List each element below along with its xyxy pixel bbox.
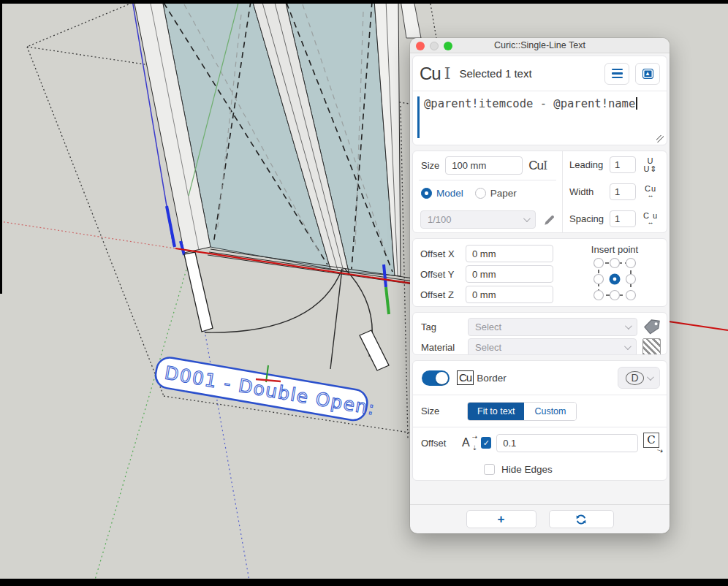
zoom-button[interactable] (444, 42, 452, 50)
hide-edges-label[interactable]: Hide Edges (501, 464, 553, 475)
tag-select-placeholder: Select (475, 321, 501, 332)
edit-pencil-icon[interactable] (543, 213, 556, 227)
width-label: Width (569, 186, 606, 197)
dialog-footer: + (410, 505, 670, 533)
focus-indicator-bar (417, 96, 420, 138)
text-offset-icon: A ⇢⇣ (462, 436, 476, 449)
offset-x-input[interactable] (466, 245, 553, 262)
curic-single-line-text-window: Curic::Single-Line Text CuI Selected 1 t… (410, 38, 670, 533)
border-offset-input[interactable] (496, 434, 638, 452)
offset-settings-card: Offset X Offset Y Offset Z Insert point (412, 238, 667, 307)
custom-option[interactable]: Custom (524, 403, 576, 420)
plus-icon: + (498, 512, 505, 527)
border-size-segmented: Fit to text Custom (467, 402, 577, 421)
chevron-down-icon (647, 373, 654, 381)
leading-input[interactable] (610, 156, 636, 173)
spacing-label: Spacing (569, 213, 606, 224)
offset-x-label: Offset X (420, 248, 466, 259)
left-edge-bar (0, 0, 2, 294)
top-letterbox-bar (0, 0, 728, 4)
close-button[interactable] (416, 42, 425, 50)
border-size-label: Size (421, 406, 467, 416)
offset-y-input[interactable] (466, 265, 553, 283)
export-icon: ▲ (642, 69, 653, 79)
minimize-button[interactable] (430, 42, 439, 50)
curic-logo: Cu (420, 64, 441, 84)
chevron-down-icon (523, 215, 531, 222)
hide-edges-checkbox[interactable] (484, 464, 495, 475)
scale-select-value: 1/100 (428, 214, 452, 225)
size-settings-card: Size CuI Model Paper 1/100 (412, 151, 667, 233)
scale-select[interactable]: 1/100 (420, 210, 536, 229)
tag-material-card: Tag Select Material Select (412, 312, 667, 355)
tag-select[interactable]: Select (468, 318, 637, 336)
border-style-letter: D (626, 371, 643, 385)
material-select[interactable]: Select (468, 338, 637, 356)
text-cursor-icon: I (444, 64, 451, 83)
selected-count-label: Selected 1 text (459, 67, 599, 80)
size-label: Size (421, 160, 439, 171)
material-label: Material (421, 342, 462, 353)
insert-point-label: Insert point (591, 244, 638, 255)
size-input[interactable] (445, 156, 523, 175)
window-title: Curic::Single-Line Text (494, 40, 585, 50)
border-toggle-on[interactable] (422, 370, 450, 386)
tag-icon (643, 319, 661, 335)
window-titlebar[interactable]: Curic::Single-Line Text (410, 38, 670, 53)
material-swatch-icon (642, 338, 661, 355)
chevron-down-icon (624, 343, 632, 350)
text-editor-value[interactable]: @parent!itemcode - @parent!name (424, 97, 635, 110)
paper-radio-label[interactable]: Paper (490, 188, 517, 199)
refresh-icon (575, 514, 587, 525)
insert-point-grid[interactable] (592, 258, 637, 302)
screenshot-root: D001 - Double Open: Curic::Single-Line T… (0, 0, 728, 586)
fit-to-text-option-selected[interactable]: Fit to text (468, 403, 524, 420)
text-editor-card: CuI Selected 1 text ▲ @parent!itemcode -… (412, 56, 667, 145)
text-caret (636, 97, 637, 110)
traffic-lights (416, 42, 452, 50)
resize-handle-icon[interactable] (656, 135, 664, 142)
refresh-button[interactable] (549, 510, 614, 528)
border-settings-card: Cu Border D Size Fit to text Custom Offs… (412, 360, 667, 481)
border-offset-label: Offset (421, 438, 457, 449)
model-radio[interactable] (421, 188, 432, 199)
hamburger-icon (612, 69, 623, 79)
add-text-button[interactable]: + (466, 510, 536, 528)
material-select-placeholder: Select (475, 342, 501, 353)
leading-icon: U U⇕ (640, 157, 661, 173)
tag-label: Tag (421, 321, 462, 332)
width-input[interactable] (610, 183, 636, 200)
menu-button[interactable] (604, 63, 629, 85)
offset-z-input[interactable] (466, 286, 553, 303)
spacing-input[interactable] (610, 210, 636, 227)
spacing-icon: C u ↔ (640, 212, 661, 226)
apply-to-model-button[interactable]: ▲ (635, 63, 660, 85)
paper-radio[interactable] (475, 188, 486, 199)
offset-z-label: Offset Z (420, 289, 466, 300)
border-label: Border (477, 373, 610, 384)
chevron-down-icon (625, 322, 632, 330)
model-radio-label[interactable]: Model (436, 188, 463, 199)
border-cu-icon: Cu (457, 370, 474, 385)
leading-label: Leading (569, 159, 606, 170)
text-content-editor[interactable]: @parent!itemcode - @parent!name (413, 91, 667, 145)
border-style-dropdown[interactable]: D (618, 367, 660, 389)
insert-point-center-dot (613, 278, 617, 281)
corner-style-icon[interactable]: C ⇢ (643, 433, 660, 452)
width-icon: Cu ↔ (640, 185, 661, 199)
text-height-icon: CuI (528, 159, 547, 173)
border-offset-checkbox-checked[interactable]: ✓ (481, 437, 491, 449)
bottom-letterbox-bar (0, 579, 728, 586)
offset-y-label: Offset Y (420, 269, 466, 280)
